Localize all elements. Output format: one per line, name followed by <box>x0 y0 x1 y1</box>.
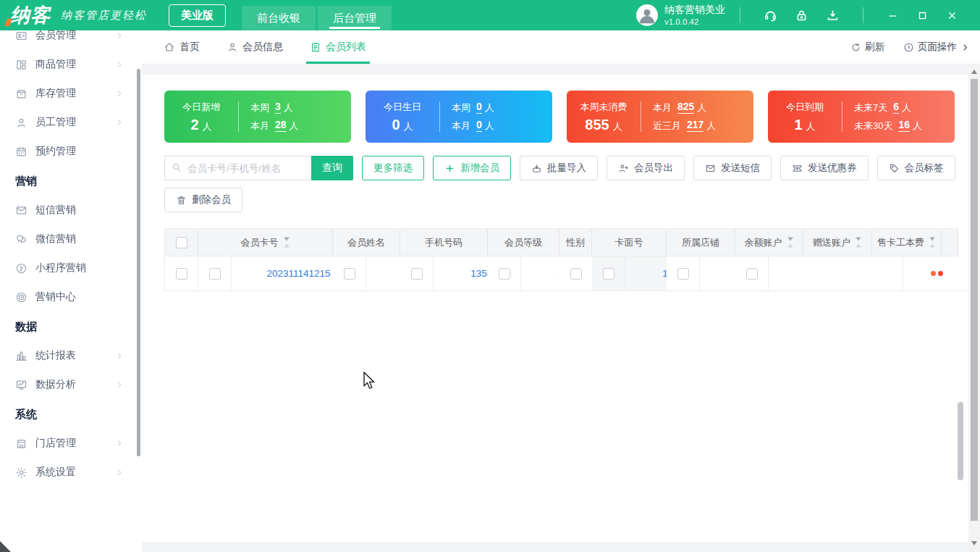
minimize-button[interactable] <box>887 10 898 21</box>
stat-card-value: 2人 <box>190 117 211 133</box>
stat-card: 今日到期 1人 未来7天6人 未来30天16人 <box>768 91 955 143</box>
table-row[interactable]: 13114432753 小驼 13114432753 测试等级1 女 高尔夫球馆… <box>488 256 559 291</box>
stat-detail-link[interactable]: 28 <box>275 120 287 131</box>
row-checkbox[interactable] <box>209 268 221 280</box>
user-icon <box>227 41 238 53</box>
sort-icon[interactable] <box>787 236 794 248</box>
sidebar-item[interactable]: 小程序营销 <box>0 254 142 283</box>
sort-icon[interactable] <box>283 236 290 248</box>
sidebar-item-label: 营销中心 <box>35 290 76 304</box>
toolbar-button[interactable]: 发送短信 <box>693 156 772 180</box>
page-tab[interactable]: 会员信息 <box>227 30 283 64</box>
row-checkbox[interactable] <box>499 268 510 280</box>
table-row[interactable]: 10086 与溪 黑金会员 男 美业兴发店 667.6 300 1 <box>165 256 198 291</box>
table-row[interactable]: 15043972137 150439721... 15043972137 黄金会… <box>667 256 735 291</box>
row-checkbox[interactable] <box>746 268 758 280</box>
sort-icon[interactable] <box>855 236 862 248</box>
sort-icon[interactable] <box>929 236 936 248</box>
sidebar-item[interactable]: 预约管理 <box>0 137 142 166</box>
app-logo: 纳客 <box>10 2 51 28</box>
sidebar-item[interactable]: 营销中心 <box>0 283 142 311</box>
toolbar-button[interactable]: 更多筛选 <box>362 156 424 180</box>
stat-detail-link[interactable]: 217 <box>687 120 704 131</box>
stat-detail-link[interactable]: 3 <box>275 101 281 113</box>
user-avatar[interactable] <box>636 4 658 26</box>
scroll-down-button[interactable] <box>968 538 980 549</box>
table-header-cell: 所属店铺 <box>667 229 735 256</box>
sidebar-item[interactable]: 门店管理 <box>0 429 142 458</box>
sidebar-item[interactable]: 商品管理 <box>0 50 142 79</box>
table-row[interactable]: 13553171768 张 13553171768 测试等级1 女 高尔夫球馆.… <box>400 256 488 291</box>
row-checkbox[interactable] <box>344 268 355 280</box>
stat-detail-link[interactable]: 0 <box>476 120 482 131</box>
sidebar-item[interactable]: 统计报表 <box>0 341 142 370</box>
lock-icon[interactable] <box>795 9 808 22</box>
close-button[interactable] <box>947 10 958 21</box>
page-operations-button[interactable]: 页面操作 <box>903 41 970 54</box>
table-header-row: 会员卡号会员姓名手机号码会员等级性别卡面号所属店铺余额账户赠送账户售卡工本费 1… <box>165 229 958 291</box>
settings-icon <box>15 467 28 479</box>
stat-detail-link[interactable]: 16 <box>898 120 910 131</box>
stat-card-detail: 未来30天16人 <box>854 120 955 133</box>
query-button[interactable]: 查询 <box>311 156 353 180</box>
toolbar-button[interactable]: 新增会员 <box>433 156 511 180</box>
sidebar-scrollbar[interactable] <box>137 69 140 456</box>
titlebar-nav-tab[interactable]: 后台管理 <box>318 6 392 30</box>
select-all-checkbox[interactable] <box>176 237 187 248</box>
sidebar-item[interactable]: 系统设置 <box>0 458 142 487</box>
table-row[interactable]: 13549659094 陈志军 13549659094 测试等级1 男 高尔夫球… <box>592 256 667 291</box>
sidebar-item[interactable]: 员工管理 <box>0 108 142 137</box>
sidebar-item[interactable]: 库存管理 <box>0 79 142 108</box>
stat-card-detail: 本月825人 <box>653 101 753 114</box>
member-card-link[interactable]: 202311141215 <box>266 268 330 279</box>
row-checkbox[interactable] <box>570 268 582 280</box>
headset-icon[interactable] <box>764 9 777 22</box>
sidebar-item[interactable]: 数据分析 <box>0 370 142 399</box>
stat-detail-link[interactable]: 0 <box>476 101 482 113</box>
sidebar-item-label: 数据分析 <box>35 378 76 391</box>
page-tab[interactable]: 首页 <box>164 30 200 64</box>
chevron-right-icon <box>115 31 124 40</box>
stat-detail-link[interactable]: 825 <box>677 101 694 113</box>
row-checkbox[interactable] <box>677 268 689 280</box>
sidebar-item[interactable]: 短信营销 <box>0 196 142 225</box>
chevron-right-icon <box>115 60 124 69</box>
stat-cards: 今日新增 2人 本周3人 本月28人 今日生日 0人 <box>164 91 968 143</box>
toolbar-button[interactable]: 批量导入 <box>520 156 598 180</box>
stat-detail-link[interactable]: 6 <box>893 101 899 113</box>
scroll-up-button[interactable] <box>968 66 980 78</box>
search-input[interactable] <box>164 156 311 180</box>
row-checkbox[interactable] <box>176 268 187 280</box>
row-checkbox[interactable] <box>603 268 614 280</box>
table-header-cell: 会员姓名 <box>333 229 400 256</box>
maximize-button[interactable] <box>917 10 928 21</box>
toolbar-button[interactable]: 会员导出 <box>607 156 685 180</box>
toolbar-button[interactable]: 删除会员 <box>164 188 242 212</box>
divider <box>863 7 863 23</box>
import-icon <box>531 163 542 174</box>
titlebar-nav-tab[interactable]: 前台收银 <box>242 6 316 30</box>
table-row[interactable] <box>735 256 803 291</box>
stat-card-title: 今日生日 <box>384 101 421 114</box>
sidebar-item[interactable]: 微信营销 <box>0 225 142 254</box>
chevron-right-icon <box>115 351 124 360</box>
toolbar-button[interactable]: 发送优惠券 <box>780 156 869 180</box>
stat-card-detail: 本月0人 <box>452 120 552 133</box>
table-row[interactable]: 202311141215 于庆 13464870852 500元 保密 美业万达… <box>198 256 333 291</box>
titlebar-nav: 前台收银后台管理 <box>242 6 392 30</box>
table-scrollbar[interactable] <box>958 402 963 480</box>
page-tab[interactable]: 会员列表 <box>310 30 366 64</box>
app-version: v1.0.0.42 <box>664 17 725 27</box>
sidebar-item-label: 库存管理 <box>35 87 76 100</box>
table-row[interactable]: 13964020096 倪先生 13964020096 黄金会员 男 高尔夫球馆… <box>559 256 592 291</box>
scrollbar-thumb[interactable] <box>971 79 978 521</box>
account-info: 纳客营销美业 v1.0.0.42 <box>664 4 725 27</box>
plus-icon <box>444 163 455 174</box>
refresh-button[interactable]: 刷新 <box>850 41 884 54</box>
page-tab-label: 首页 <box>179 41 200 54</box>
toolbar-button[interactable]: 会员标签 <box>877 156 955 180</box>
table-row[interactable]: 202311131104 莉莉 13516081235 测试等级1 女 高尔夫球… <box>333 256 400 291</box>
row-checkbox[interactable] <box>411 268 423 280</box>
sidebar-item-label: 会员管理 <box>35 29 76 42</box>
download-icon[interactable] <box>826 9 840 22</box>
